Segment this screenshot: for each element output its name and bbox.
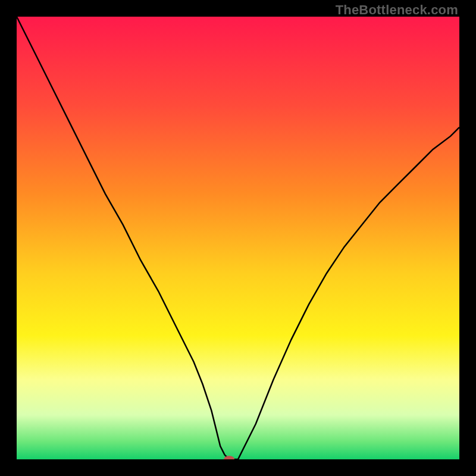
plot-area [17,17,459,459]
chart-svg [17,17,459,459]
chart-frame: TheBottleneck.com [0,0,476,476]
gradient-background [17,17,459,459]
watermark-text: TheBottleneck.com [336,2,458,18]
